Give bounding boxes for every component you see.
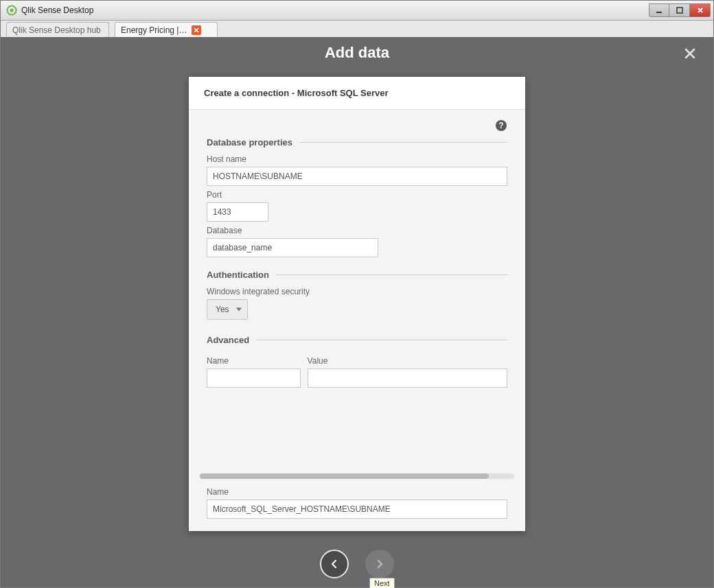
label-port: Port [207,190,507,200]
svg-point-1 [10,9,14,12]
overlay-close-icon[interactable] [680,44,700,63]
back-button[interactable] [320,550,349,578]
tabs-row: Qlik Sense Desktop hub Energy Pricing |… [0,21,714,37]
next-tooltip: Next [369,578,395,588]
nav-buttons [320,550,394,578]
label-adv-name: Name [207,356,301,366]
tab-label: Qlik Sense Desktop hub [12,25,101,35]
scrollbar-thumb[interactable] [200,473,489,479]
svg-text:?: ? [498,121,503,130]
integrated-security-select[interactable]: Yes [207,299,248,320]
window-title: Qlik Sense Desktop [21,5,649,15]
window-titlebar: Qlik Sense Desktop [0,0,714,21]
maximize-button[interactable] [669,3,690,17]
connection-name-field[interactable] [207,499,507,519]
scrollbar-horizontal[interactable] [200,473,514,479]
label-database: Database [207,226,507,235]
minimize-button[interactable] [649,3,669,17]
svg-rect-3 [677,8,682,13]
overlay-area: Add data Create a connection - Microsoft… [0,37,714,588]
section-advanced: Advanced [207,335,507,345]
section-authentication: Authentication [207,270,507,280]
card-header: Create a connection - Microsoft SQL Serv… [189,77,525,110]
help-icon[interactable]: ? [495,119,507,132]
card-body: ? Database properties Host name Port Dat… [189,110,525,531]
app-icon [6,5,17,16]
label-adv-value: Value [308,356,507,366]
connection-card: Create a connection - Microsoft SQL Serv… [189,77,525,531]
section-database-properties: Database properties [207,137,507,148]
tab-hub[interactable]: Qlik Sense Desktop hub [6,22,109,37]
window-buttons [649,3,711,17]
database-field[interactable] [207,238,378,257]
label-connection-name: Name [207,487,507,497]
advanced-name-field[interactable] [207,368,301,388]
port-field[interactable] [207,202,268,222]
host-name-field[interactable] [207,167,507,186]
label-windows-integrated: Windows integrated security [207,287,507,296]
overlay-title: Add data [1,37,713,69]
label-host-name: Host name [207,154,507,164]
svg-rect-2 [656,12,662,13]
tab-label: Energy Pricing |… [121,25,187,35]
close-button[interactable] [690,3,711,17]
tab-energy-pricing[interactable]: Energy Pricing |… [115,22,218,37]
chevron-down-icon [236,308,242,311]
tab-close-icon[interactable] [192,25,201,35]
advanced-value-field[interactable] [308,368,507,388]
next-button[interactable] [365,550,394,578]
